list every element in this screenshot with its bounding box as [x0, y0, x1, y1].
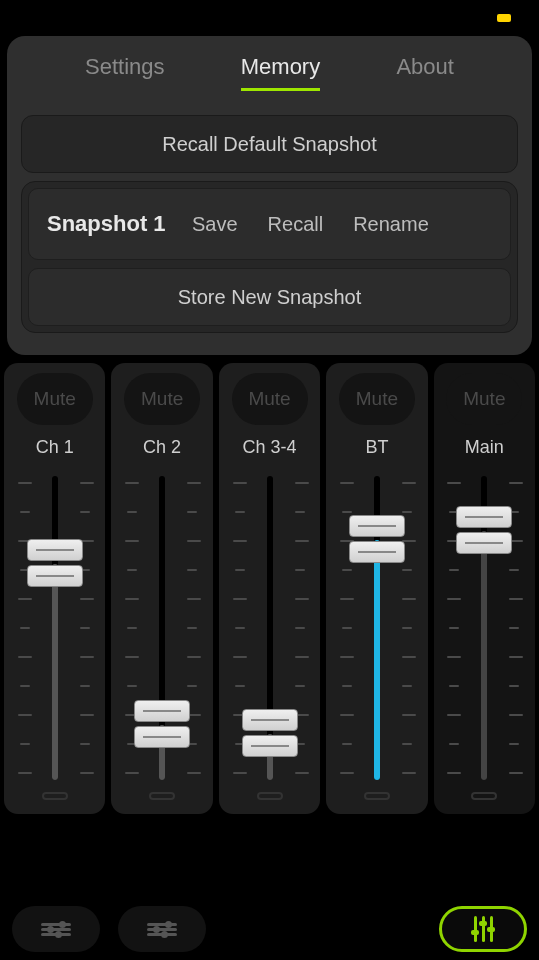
- fader-bt[interactable]: [334, 476, 420, 780]
- signal-led-icon: [471, 792, 497, 800]
- status-bar: [0, 0, 539, 30]
- channel-ch1: MuteCh 1: [4, 363, 105, 814]
- signal-led-icon: [42, 792, 68, 800]
- fader-thumb[interactable]: [242, 709, 298, 759]
- channel-eq-button-ch2[interactable]: [118, 906, 206, 952]
- snapshot-row: Snapshot 1 Save Recall Rename: [28, 188, 511, 260]
- channel-label: Main: [465, 437, 504, 458]
- mute-button-bt[interactable]: Mute: [339, 373, 415, 425]
- recall-default-button[interactable]: Recall Default Snapshot: [21, 115, 518, 173]
- channel-bt: MuteBT: [326, 363, 427, 814]
- snapshot-name: Snapshot 1: [47, 211, 192, 237]
- mute-button-ch2[interactable]: Mute: [124, 373, 200, 425]
- sliders-icon: [41, 921, 71, 938]
- fader-thumb[interactable]: [349, 515, 405, 565]
- tab-about[interactable]: About: [396, 54, 454, 91]
- channel-main: MuteMain: [434, 363, 535, 814]
- fader-ch34[interactable]: [227, 476, 313, 780]
- signal-led-icon: [364, 792, 390, 800]
- mixer-row: MuteCh 1MuteCh 2MuteCh 3-4MuteBTMuteMain: [0, 355, 539, 814]
- mute-button-ch1[interactable]: Mute: [17, 373, 93, 425]
- channel-ch2: MuteCh 2: [111, 363, 212, 814]
- memory-modal: Settings Memory About Recall Default Sna…: [7, 36, 532, 355]
- signal-led-icon: [257, 792, 283, 800]
- snapshot-group: Snapshot 1 Save Recall Rename Store New …: [21, 181, 518, 333]
- snapshot-recall-button[interactable]: Recall: [268, 213, 324, 236]
- store-new-snapshot-button[interactable]: Store New Snapshot: [28, 268, 511, 326]
- snapshot-rename-button[interactable]: Rename: [353, 213, 429, 236]
- fader-thumb[interactable]: [27, 539, 83, 589]
- fader-main[interactable]: [441, 476, 527, 780]
- tab-settings[interactable]: Settings: [85, 54, 165, 91]
- channel-ch34: MuteCh 3-4: [219, 363, 320, 814]
- status-indicator-icon: [497, 14, 511, 22]
- mute-button-ch34[interactable]: Mute: [232, 373, 308, 425]
- fader-ch2[interactable]: [119, 476, 205, 780]
- fader-ch1[interactable]: [12, 476, 98, 780]
- modal-tabs: Settings Memory About: [17, 54, 522, 109]
- tab-memory[interactable]: Memory: [241, 54, 320, 91]
- fader-thumb[interactable]: [134, 700, 190, 750]
- bottom-icon-bar: [0, 902, 539, 952]
- snapshot-save-button[interactable]: Save: [192, 213, 238, 236]
- channel-label: BT: [365, 437, 388, 458]
- fader-thumb[interactable]: [456, 506, 512, 556]
- channel-eq-button-ch1[interactable]: [12, 906, 100, 952]
- channel-label: Ch 3-4: [243, 437, 297, 458]
- mute-button-main[interactable]: Mute: [446, 373, 522, 425]
- master-view-button[interactable]: [439, 906, 527, 952]
- signal-led-icon: [149, 792, 175, 800]
- channel-label: Ch 1: [36, 437, 74, 458]
- mixer-icon: [474, 916, 477, 942]
- sliders-icon: [147, 921, 177, 938]
- channel-label: Ch 2: [143, 437, 181, 458]
